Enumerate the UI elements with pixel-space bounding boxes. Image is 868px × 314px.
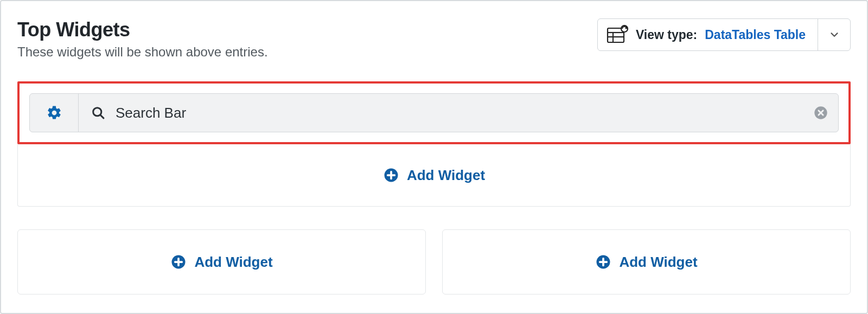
- add-widget-zone-right[interactable]: Add Widget: [442, 229, 851, 294]
- view-type-selector[interactable]: View type: DataTables Table: [597, 18, 851, 51]
- svg-line-6: [100, 115, 104, 118]
- view-type-value: DataTables Table: [705, 28, 806, 42]
- table-icon: [607, 25, 628, 44]
- plus-circle-icon: [595, 254, 611, 270]
- title-block: Top Widgets These widgets will be shown …: [17, 18, 268, 60]
- top-widgets-panel: Top Widgets These widgets will be shown …: [0, 0, 868, 314]
- page-subtitle: These widgets will be shown above entrie…: [17, 44, 268, 60]
- page-title: Top Widgets: [17, 18, 268, 41]
- widget-remove-button[interactable]: [803, 94, 838, 132]
- view-type-label: View type:: [636, 28, 697, 42]
- view-type-dropdown-toggle[interactable]: [818, 19, 850, 50]
- close-circle-icon: [813, 105, 828, 120]
- header-row: Top Widgets These widgets will be shown …: [17, 18, 851, 60]
- add-widget-label: Add Widget: [619, 254, 697, 271]
- add-widget-button[interactable]: Add Widget: [595, 254, 697, 271]
- add-widget-label: Add Widget: [194, 254, 272, 271]
- two-column-zones: Add Widget Add Widget: [17, 229, 851, 294]
- add-widget-zone-top[interactable]: Add Widget: [17, 144, 851, 207]
- add-widget-zone-left[interactable]: Add Widget: [17, 229, 426, 294]
- plus-circle-icon: [383, 167, 399, 183]
- widget-body[interactable]: Search Bar: [79, 94, 803, 132]
- add-widget-label: Add Widget: [407, 167, 485, 184]
- chevron-down-icon: [828, 29, 840, 41]
- widget-settings-button[interactable]: [30, 94, 79, 132]
- gear-icon: [46, 105, 62, 121]
- widget-label: Search Bar: [116, 105, 186, 121]
- highlighted-widget-area: Search Bar: [17, 81, 851, 144]
- search-icon: [91, 105, 106, 120]
- widget-row-search-bar[interactable]: Search Bar: [29, 93, 839, 132]
- view-type-main[interactable]: View type: DataTables Table: [598, 19, 818, 50]
- plus-circle-icon: [170, 254, 187, 270]
- add-widget-button[interactable]: Add Widget: [170, 254, 272, 271]
- add-widget-button[interactable]: Add Widget: [383, 167, 485, 184]
